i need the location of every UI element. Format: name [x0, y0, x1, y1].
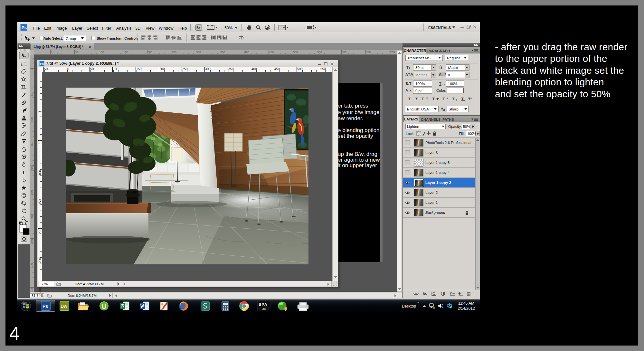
svg-text:T: T [22, 170, 25, 175]
svg-text:Br: Br [196, 26, 200, 30]
svg-text:Ps: Ps [22, 25, 27, 30]
svg-text:Ps: Ps [40, 62, 44, 65]
svg-text:SPA: SPA [259, 302, 267, 307]
svg-text:Dw: Dw [61, 304, 67, 309]
svg-text:Tune: Tune [260, 307, 266, 310]
svg-text:Ps: Ps [43, 304, 48, 309]
svg-text:fx.: fx. [423, 292, 427, 296]
